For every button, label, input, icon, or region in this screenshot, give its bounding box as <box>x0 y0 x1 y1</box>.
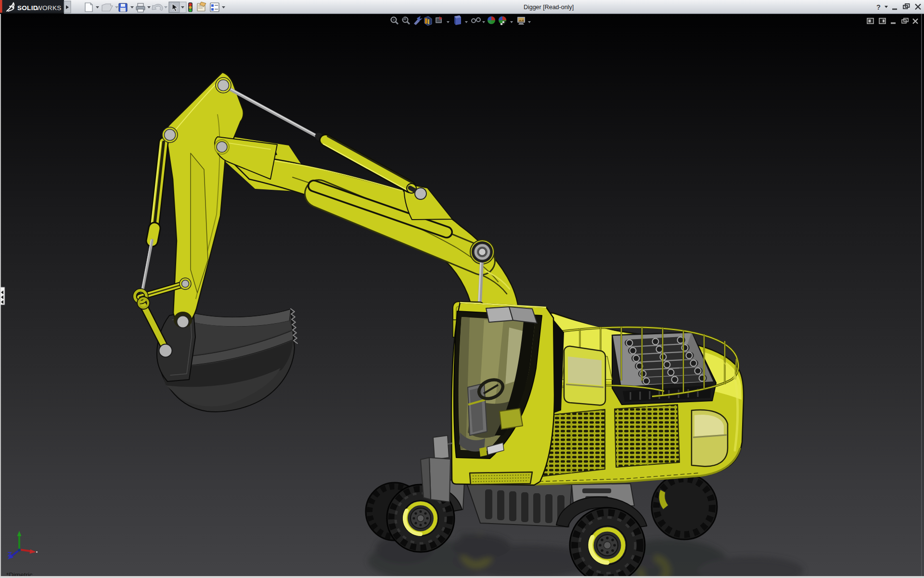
svg-text:?: ? <box>876 3 881 11</box>
svg-text:Digger [Read-only]: Digger [Read-only] <box>524 4 574 11</box>
svg-text:WORKS: WORKS <box>36 4 62 12</box>
svg-text:SOLID: SOLID <box>17 4 38 12</box>
